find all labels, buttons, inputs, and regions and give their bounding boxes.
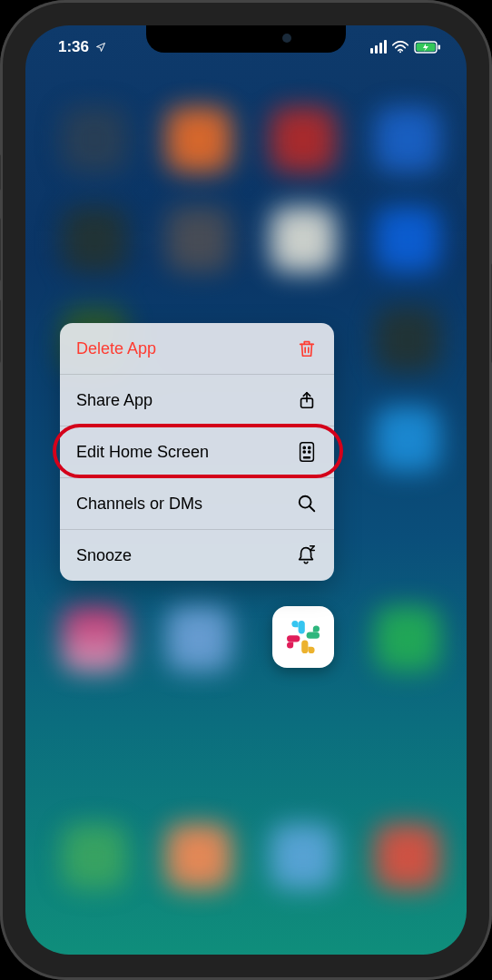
battery-charging-icon bbox=[414, 41, 441, 54]
bell-snooze-icon bbox=[296, 544, 318, 566]
svg-rect-15 bbox=[287, 635, 300, 642]
svg-point-8 bbox=[303, 451, 305, 453]
status-bar: 1:36 bbox=[25, 34, 467, 62]
svg-rect-3 bbox=[438, 44, 441, 49]
svg-rect-12 bbox=[299, 621, 305, 633]
menu-item-label: Edit Home Screen bbox=[76, 443, 209, 462]
device-frame: 1:36 Delete App bbox=[0, 0, 492, 980]
svg-point-0 bbox=[399, 51, 401, 53]
snooze-item[interactable]: Snooze bbox=[60, 530, 334, 581]
status-right bbox=[370, 40, 441, 54]
volume-down-button bbox=[0, 299, 1, 363]
volume-up-button bbox=[0, 218, 1, 281]
share-app-item[interactable]: Share App bbox=[60, 375, 334, 426]
delete-app-item[interactable]: Delete App bbox=[60, 323, 334, 375]
menu-item-label: Share App bbox=[76, 391, 153, 410]
edit-home-screen-item[interactable]: Edit Home Screen bbox=[60, 426, 334, 478]
svg-point-6 bbox=[303, 446, 305, 448]
channels-dms-item[interactable]: Channels or DMs bbox=[60, 478, 334, 530]
svg-rect-10 bbox=[303, 456, 310, 458]
share-icon bbox=[296, 389, 318, 411]
slack-logo-icon bbox=[283, 617, 322, 656]
mute-switch bbox=[0, 154, 1, 191]
svg-point-9 bbox=[309, 451, 310, 453]
context-menu: Delete App Share App Edit Home Screen Ch… bbox=[60, 323, 334, 581]
svg-rect-13 bbox=[307, 632, 320, 639]
wifi-icon bbox=[392, 41, 408, 54]
cellular-signal-icon bbox=[370, 40, 387, 54]
trash-icon bbox=[296, 338, 318, 359]
svg-rect-14 bbox=[301, 641, 308, 653]
slack-app-icon[interactable] bbox=[272, 606, 334, 668]
menu-item-label: Snooze bbox=[76, 546, 132, 565]
status-time: 1:36 bbox=[58, 38, 106, 56]
svg-point-7 bbox=[309, 446, 310, 448]
location-icon bbox=[95, 42, 106, 53]
screen: 1:36 Delete App bbox=[25, 25, 467, 955]
menu-item-label: Delete App bbox=[76, 339, 156, 358]
home-grid-icon bbox=[296, 441, 318, 463]
search-icon bbox=[296, 493, 318, 514]
menu-item-label: Channels or DMs bbox=[76, 495, 202, 514]
